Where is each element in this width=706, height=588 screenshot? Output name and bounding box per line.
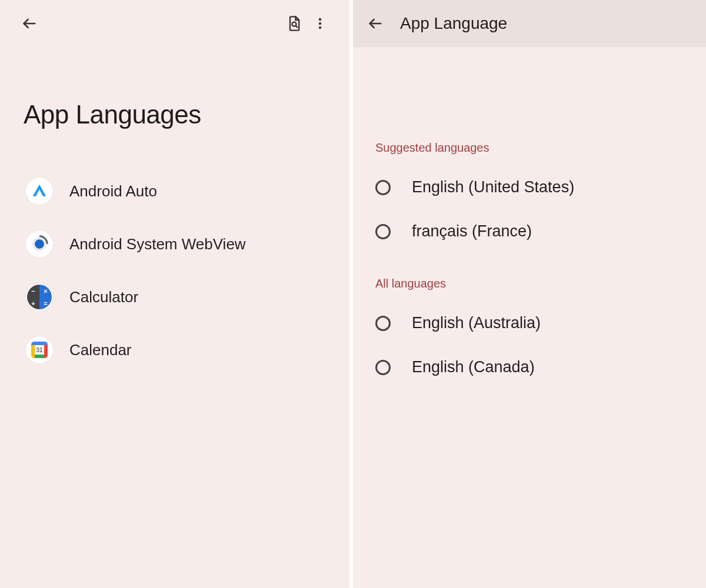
section-header-all: All languages [373, 253, 686, 301]
overflow-menu-button[interactable] [307, 11, 333, 36]
app-list: Android Auto Android System WebView −×+=… [0, 165, 349, 376]
svg-point-3 [319, 18, 321, 21]
back-button[interactable] [16, 11, 42, 36]
calendar-icon: 31 [26, 336, 53, 363]
app-item-label: Android Auto [69, 182, 157, 201]
app-item-calculator[interactable]: −×+= Calculator [16, 270, 333, 323]
language-label: English (United States) [412, 178, 574, 196]
language-option-english-au[interactable]: English (Australia) [373, 301, 686, 345]
back-arrow-icon [21, 15, 38, 32]
find-in-page-icon [286, 15, 302, 32]
language-option-english-us[interactable]: English (United States) [373, 165, 686, 209]
language-label: English (Canada) [412, 358, 535, 376]
language-label: français (France) [412, 222, 532, 240]
app-item-android-auto[interactable]: Android Auto [16, 165, 333, 218]
app-language-panel: App Language Suggested languages English… [353, 0, 706, 588]
radio-icon [375, 224, 391, 239]
right-header: App Language [353, 0, 706, 47]
language-label: English (Australia) [412, 314, 541, 332]
radio-icon [375, 316, 391, 331]
left-header [0, 0, 349, 47]
app-item-label: Calculator [69, 288, 138, 306]
android-system-webview-icon [26, 230, 53, 258]
right-body: Suggested languages English (United Stat… [353, 47, 706, 389]
svg-line-2 [296, 26, 298, 28]
radio-icon [375, 360, 391, 375]
app-item-label: Android System WebView [69, 235, 246, 253]
app-item-calendar[interactable]: 31 Calendar [16, 323, 333, 376]
app-item-android-system-webview[interactable]: Android System WebView [16, 218, 333, 270]
svg-point-4 [319, 22, 321, 25]
more-vert-icon [313, 16, 327, 31]
app-languages-panel: App Languages Android Auto Android Syste… [0, 0, 353, 588]
app-item-label: Calendar [69, 341, 132, 359]
page-title: App Languages [0, 47, 349, 165]
back-button[interactable] [362, 11, 388, 36]
language-option-english-ca[interactable]: English (Canada) [373, 345, 686, 389]
page-title: App Language [400, 14, 507, 33]
calculator-icon: −×+= [26, 283, 53, 310]
language-option-francais-fr[interactable]: français (France) [373, 209, 686, 253]
section-header-suggested: Suggested languages [373, 71, 686, 165]
back-arrow-icon [367, 15, 384, 32]
radio-icon [375, 180, 391, 195]
svg-point-5 [319, 26, 321, 29]
android-auto-icon [26, 178, 53, 205]
search-in-page-button[interactable] [281, 11, 307, 36]
